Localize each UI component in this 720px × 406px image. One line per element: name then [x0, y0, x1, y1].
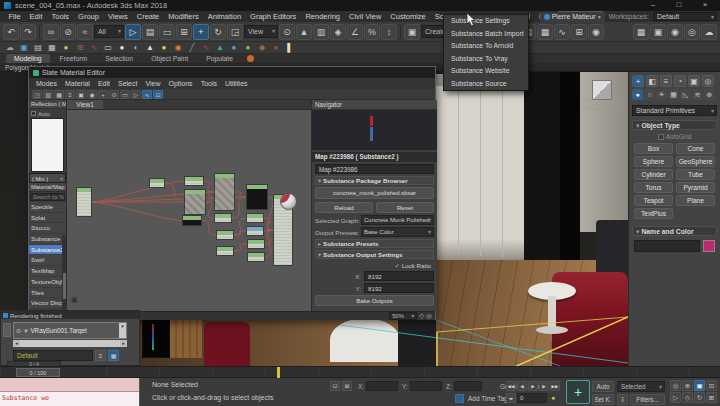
dna-icon[interactable]: ∿: [88, 43, 100, 53]
primitive-button-teapot[interactable]: Teapot: [634, 195, 673, 206]
me-menu-options[interactable]: Options: [165, 78, 197, 89]
brown-ball-icon[interactable]: ●: [270, 43, 282, 53]
map-list-item[interactable]: Substance2: [29, 245, 66, 256]
scrollbar-thumb[interactable]: [63, 273, 66, 299]
navigator-header[interactable]: Navigator: [312, 100, 437, 110]
preset-dropdown[interactable]: Default: [13, 350, 93, 361]
material-node[interactable]: [76, 187, 92, 217]
map-list-item[interactable]: Tiles: [29, 288, 66, 299]
material-node[interactable]: [214, 213, 232, 223]
selection-filter-dropdown[interactable]: All: [94, 25, 124, 38]
map-list-item[interactable]: Speckle: [29, 202, 66, 213]
material-id-icon[interactable]: ◉: [87, 90, 97, 99]
map-list-item[interactable]: Vector Displacemen: [29, 298, 66, 309]
preview-type-dropdown[interactable]: ( Mix ): [29, 173, 66, 183]
angle-snap-icon[interactable]: ∠: [347, 24, 363, 40]
maxscript-mini-listener[interactable]: Substance wo: [0, 378, 140, 406]
me-menu-edit[interactable]: Edit: [94, 78, 114, 89]
render-production-icon[interactable]: ◉: [667, 24, 683, 40]
me-menu-modes[interactable]: Modes: [32, 78, 61, 89]
zoom-region-icon[interactable]: ⊡: [706, 380, 717, 391]
map-list-item[interactable]: Stucco: [29, 223, 66, 234]
plug-icon[interactable]: ⊙: [74, 43, 86, 53]
light-icon[interactable]: ☀: [23, 327, 28, 334]
lights-icon[interactable]: ☀: [656, 89, 667, 100]
bar-icon[interactable]: ▌: [284, 43, 296, 53]
eye-icon[interactable]: ⊙: [16, 327, 21, 334]
scroll-left-icon[interactable]: ◂: [13, 340, 20, 347]
primitive-button-geosphere[interactable]: GeoSphere: [676, 156, 715, 167]
blue-ball-icon[interactable]: ●: [228, 43, 240, 53]
next-frame-icon[interactable]: ▶: [539, 381, 549, 391]
spacewarps-icon[interactable]: ≋: [692, 89, 703, 100]
material-node[interactable]: [246, 226, 264, 236]
unlink-icon[interactable]: ⊘: [60, 24, 76, 40]
ribbon-tab-modeling[interactable]: Modeling: [6, 54, 50, 63]
menu-customize[interactable]: Customize: [386, 11, 430, 22]
list-a-icon[interactable]: ▤: [32, 43, 44, 53]
move-children-icon[interactable]: ⋖: [142, 90, 152, 99]
helpers-icon[interactable]: ◺: [680, 89, 691, 100]
list-scroll-arrow[interactable]: ▾: [119, 323, 126, 338]
menu-edit[interactable]: Edit: [25, 11, 47, 22]
use-pivot-icon[interactable]: ⊙: [279, 24, 295, 40]
material-node[interactable]: [184, 189, 206, 215]
play-icon[interactable]: ▶: [528, 381, 538, 391]
x-coord-field[interactable]: [366, 381, 398, 391]
close-button[interactable]: ×: [692, 0, 718, 10]
maximize-viewport-icon[interactable]: ⊞: [706, 392, 717, 403]
orbit-icon[interactable]: ↻: [694, 392, 705, 403]
material-node[interactable]: [214, 173, 235, 211]
current-frame-field[interactable]: 0: [517, 393, 547, 403]
zoom-tool-icon[interactable]: ⊙: [109, 90, 119, 99]
light-list-row[interactable]: ⊙ ☀ VRaySun001.Target ▾: [13, 322, 127, 339]
add-time-tag[interactable]: Add Time Tag: [468, 395, 508, 402]
primitive-button-tube[interactable]: Tube: [676, 169, 715, 180]
map-list-item[interactable]: TextMap: [29, 266, 66, 277]
y-coord-field[interactable]: [410, 381, 442, 391]
me-menu-select[interactable]: Select: [114, 78, 141, 89]
shapes-icon[interactable]: ○: [644, 89, 655, 100]
material-node[interactable]: [247, 239, 265, 249]
go-to-end-icon[interactable]: ▶▶: [550, 381, 560, 391]
substance-menu-item[interactable]: Substance Settings: [444, 15, 528, 28]
substance-menu-item[interactable]: Substance Website: [444, 65, 528, 78]
bind-spacewarp-icon[interactable]: ≈: [77, 24, 93, 40]
go-to-start-icon[interactable]: ◀◀: [506, 381, 516, 391]
zoom-region-icon[interactable]: ▭: [120, 90, 130, 99]
set-keys-button[interactable]: +: [566, 380, 590, 404]
material-node[interactable]: [182, 215, 202, 226]
zoom-extents-icon[interactable]: ▣: [694, 380, 705, 391]
material-editor-titlebar[interactable]: Slate Material Editor: [29, 67, 435, 78]
isolate-selection-icon[interactable]: ⊡: [330, 381, 340, 391]
green-ball-icon[interactable]: ●: [242, 43, 254, 53]
scale-icon[interactable]: ◲: [227, 24, 243, 40]
auto-key-button[interactable]: Auto: [592, 381, 614, 392]
key-filters-button[interactable]: Filters...: [630, 394, 665, 405]
orange-ball-icon[interactable]: ◉: [172, 43, 184, 53]
autogrid-checkbox[interactable]: AutoGrid: [629, 133, 720, 140]
name-color-rollout[interactable]: ▾Name and Color: [632, 226, 717, 236]
asset-library-icon[interactable]: ▣: [18, 43, 30, 53]
map-name-input[interactable]: Map #223986: [315, 164, 434, 174]
bake-outputs-button[interactable]: Bake Outputs: [315, 295, 434, 306]
modify-tab-icon[interactable]: ◧: [646, 75, 658, 87]
primitive-category-dropdown[interactable]: Standard Primitives: [632, 105, 717, 116]
gray-sphere-icon[interactable]: ◐: [130, 43, 142, 53]
primitive-button-box[interactable]: Box: [634, 143, 673, 154]
ribbon-tab-populate[interactable]: Populate: [198, 54, 241, 63]
viewcube[interactable]: [592, 80, 612, 100]
select-manipulate-icon[interactable]: ▲: [296, 24, 312, 40]
canvas-zoom-dropdown[interactable]: 50%: [389, 312, 417, 320]
y-resolution-field[interactable]: 8192: [364, 283, 434, 293]
user-account-button[interactable]: Pierre Matieur ▾: [540, 12, 605, 22]
menu-modifiers[interactable]: Modifiers: [164, 11, 203, 22]
object-color-swatch[interactable]: [703, 240, 715, 252]
navigator-preview[interactable]: [312, 110, 437, 150]
hide-unused-icon[interactable]: ⊡: [153, 90, 163, 99]
listener-pink-row[interactable]: [0, 378, 139, 392]
teal-cone-icon[interactable]: ▲: [214, 43, 226, 53]
previous-frame-icon[interactable]: ◀: [517, 381, 527, 391]
menu-graph-editors[interactable]: Graph Editors: [246, 11, 301, 22]
open-in-cloud-icon[interactable]: ☁: [701, 24, 717, 40]
